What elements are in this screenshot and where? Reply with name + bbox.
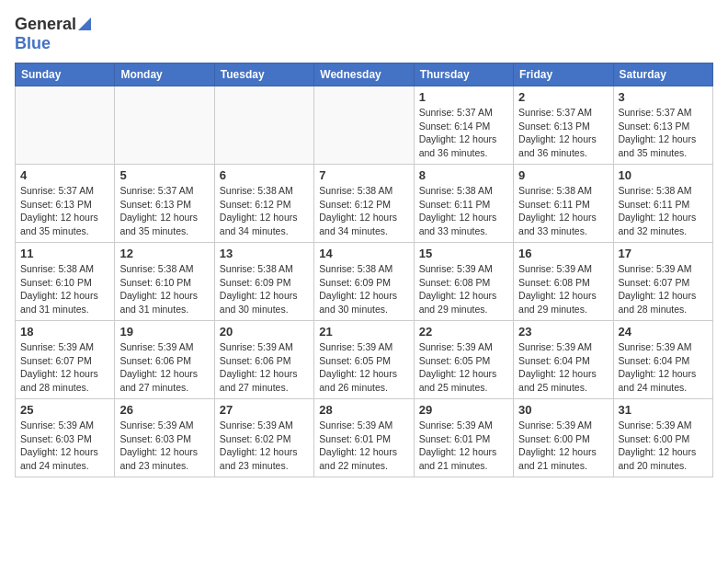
day-number: 10 (619, 168, 708, 182)
day-cell-8: 8Sunrise: 5:38 AM Sunset: 6:11 PM Daylig… (414, 165, 513, 243)
calendar-header-row: SundayMondayTuesdayWednesdayThursdayFrid… (16, 63, 713, 86)
day-cell-22: 22Sunrise: 5:39 AM Sunset: 6:05 PM Dayli… (414, 321, 513, 399)
day-cell-6: 6Sunrise: 5:38 AM Sunset: 6:12 PM Daylig… (214, 165, 313, 243)
day-number: 17 (619, 247, 708, 260)
day-cell-11: 11Sunrise: 5:38 AM Sunset: 6:10 PM Dayli… (16, 243, 115, 321)
day-number: 19 (119, 325, 209, 339)
day-number: 26 (119, 403, 209, 417)
day-info: Sunrise: 5:37 AM Sunset: 6:13 PM Dayligh… (619, 106, 708, 160)
day-cell-20: 20Sunrise: 5:39 AM Sunset: 6:06 PM Dayli… (214, 321, 313, 399)
logo-blue: Blue (15, 34, 51, 52)
day-cell-18: 18Sunrise: 5:39 AM Sunset: 6:07 PM Dayli… (16, 321, 115, 399)
calendar-table: SundayMondayTuesdayWednesdayThursdayFrid… (15, 63, 713, 477)
day-number: 27 (220, 403, 309, 417)
day-number: 16 (518, 247, 608, 260)
day-cell-17: 17Sunrise: 5:39 AM Sunset: 6:07 PM Dayli… (613, 243, 712, 321)
day-info: Sunrise: 5:37 AM Sunset: 6:13 PM Dayligh… (119, 184, 209, 238)
col-header-wednesday: Wednesday (314, 63, 414, 86)
day-info: Sunrise: 5:38 AM Sunset: 6:10 PM Dayligh… (119, 262, 209, 316)
col-header-thursday: Thursday (414, 63, 513, 86)
day-info: Sunrise: 5:37 AM Sunset: 6:14 PM Dayligh… (419, 106, 508, 160)
week-row-4: 18Sunrise: 5:39 AM Sunset: 6:07 PM Dayli… (16, 321, 713, 399)
day-info: Sunrise: 5:39 AM Sunset: 6:06 PM Dayligh… (220, 340, 309, 395)
day-cell-25: 25Sunrise: 5:39 AM Sunset: 6:03 PM Dayli… (16, 399, 115, 477)
day-number: 12 (119, 247, 209, 260)
day-info: Sunrise: 5:39 AM Sunset: 6:07 PM Dayligh… (619, 262, 708, 316)
day-info: Sunrise: 5:39 AM Sunset: 6:01 PM Dayligh… (419, 419, 508, 473)
col-header-tuesday: Tuesday (214, 63, 313, 86)
day-number: 15 (419, 247, 508, 260)
day-cell-28: 28Sunrise: 5:39 AM Sunset: 6:01 PM Dayli… (314, 399, 414, 477)
day-info: Sunrise: 5:37 AM Sunset: 6:13 PM Dayligh… (518, 106, 608, 160)
day-info: Sunrise: 5:38 AM Sunset: 6:09 PM Dayligh… (319, 262, 408, 316)
page-header: General Blue (15, 15, 713, 53)
empty-cell (115, 86, 214, 165)
day-info: Sunrise: 5:39 AM Sunset: 6:03 PM Dayligh… (20, 419, 109, 473)
day-cell-16: 16Sunrise: 5:39 AM Sunset: 6:08 PM Dayli… (514, 243, 613, 321)
day-info: Sunrise: 5:39 AM Sunset: 6:07 PM Dayligh… (20, 340, 109, 395)
day-cell-2: 2Sunrise: 5:37 AM Sunset: 6:13 PM Daylig… (514, 86, 613, 165)
empty-cell (214, 86, 313, 165)
day-cell-7: 7Sunrise: 5:38 AM Sunset: 6:12 PM Daylig… (314, 165, 414, 243)
day-number: 20 (220, 325, 309, 339)
week-row-1: 1Sunrise: 5:37 AM Sunset: 6:14 PM Daylig… (16, 86, 713, 165)
day-cell-9: 9Sunrise: 5:38 AM Sunset: 6:11 PM Daylig… (514, 165, 613, 243)
day-number: 7 (319, 168, 408, 182)
day-number: 4 (20, 168, 109, 182)
day-number: 30 (518, 403, 608, 417)
day-info: Sunrise: 5:39 AM Sunset: 6:02 PM Dayligh… (220, 419, 309, 473)
day-number: 11 (20, 247, 109, 260)
day-info: Sunrise: 5:38 AM Sunset: 6:11 PM Dayligh… (419, 184, 508, 238)
day-number: 9 (518, 168, 608, 182)
day-number: 25 (20, 403, 109, 417)
day-number: 1 (419, 90, 508, 104)
svg-marker-0 (78, 17, 91, 30)
day-cell-13: 13Sunrise: 5:38 AM Sunset: 6:09 PM Dayli… (214, 243, 313, 321)
empty-cell (16, 86, 115, 165)
day-number: 8 (419, 168, 508, 182)
day-cell-1: 1Sunrise: 5:37 AM Sunset: 6:14 PM Daylig… (414, 86, 513, 165)
day-cell-24: 24Sunrise: 5:39 AM Sunset: 6:04 PM Dayli… (613, 321, 712, 399)
day-number: 13 (220, 247, 309, 260)
col-header-saturday: Saturday (613, 63, 712, 86)
day-number: 29 (419, 403, 508, 417)
day-info: Sunrise: 5:39 AM Sunset: 6:03 PM Dayligh… (119, 419, 209, 473)
day-info: Sunrise: 5:38 AM Sunset: 6:12 PM Dayligh… (220, 184, 309, 238)
empty-cell (314, 86, 414, 165)
day-number: 2 (518, 90, 608, 104)
day-cell-3: 3Sunrise: 5:37 AM Sunset: 6:13 PM Daylig… (613, 86, 712, 165)
day-number: 22 (419, 325, 508, 339)
day-info: Sunrise: 5:38 AM Sunset: 6:11 PM Dayligh… (619, 184, 708, 238)
day-cell-27: 27Sunrise: 5:39 AM Sunset: 6:02 PM Dayli… (214, 399, 313, 477)
day-number: 23 (518, 325, 608, 339)
day-cell-21: 21Sunrise: 5:39 AM Sunset: 6:05 PM Dayli… (314, 321, 414, 399)
col-header-monday: Monday (115, 63, 214, 86)
day-cell-14: 14Sunrise: 5:38 AM Sunset: 6:09 PM Dayli… (314, 243, 414, 321)
logo-arrow (78, 17, 91, 34)
day-number: 18 (20, 325, 109, 339)
week-row-5: 25Sunrise: 5:39 AM Sunset: 6:03 PM Dayli… (16, 399, 713, 477)
logo-general: General (15, 15, 76, 34)
day-number: 14 (319, 247, 408, 260)
day-info: Sunrise: 5:39 AM Sunset: 6:08 PM Dayligh… (518, 262, 608, 316)
day-cell-5: 5Sunrise: 5:37 AM Sunset: 6:13 PM Daylig… (115, 165, 214, 243)
col-header-sunday: Sunday (16, 63, 115, 86)
day-info: Sunrise: 5:39 AM Sunset: 6:06 PM Dayligh… (119, 340, 209, 395)
day-cell-10: 10Sunrise: 5:38 AM Sunset: 6:11 PM Dayli… (613, 165, 712, 243)
day-cell-4: 4Sunrise: 5:37 AM Sunset: 6:13 PM Daylig… (16, 165, 115, 243)
day-number: 28 (319, 403, 408, 417)
week-row-2: 4Sunrise: 5:37 AM Sunset: 6:13 PM Daylig… (16, 165, 713, 243)
day-cell-19: 19Sunrise: 5:39 AM Sunset: 6:06 PM Dayli… (115, 321, 214, 399)
day-info: Sunrise: 5:39 AM Sunset: 6:00 PM Dayligh… (518, 419, 608, 473)
day-info: Sunrise: 5:39 AM Sunset: 6:05 PM Dayligh… (319, 340, 408, 395)
day-number: 6 (220, 168, 309, 182)
day-info: Sunrise: 5:38 AM Sunset: 6:10 PM Dayligh… (20, 262, 109, 316)
day-info: Sunrise: 5:39 AM Sunset: 6:04 PM Dayligh… (619, 340, 708, 395)
day-info: Sunrise: 5:38 AM Sunset: 6:12 PM Dayligh… (319, 184, 408, 238)
day-info: Sunrise: 5:39 AM Sunset: 6:08 PM Dayligh… (419, 262, 508, 316)
day-cell-31: 31Sunrise: 5:39 AM Sunset: 6:00 PM Dayli… (613, 399, 712, 477)
day-number: 5 (119, 168, 209, 182)
day-info: Sunrise: 5:38 AM Sunset: 6:09 PM Dayligh… (220, 262, 309, 316)
day-cell-26: 26Sunrise: 5:39 AM Sunset: 6:03 PM Dayli… (115, 399, 214, 477)
day-cell-12: 12Sunrise: 5:38 AM Sunset: 6:10 PM Dayli… (115, 243, 214, 321)
